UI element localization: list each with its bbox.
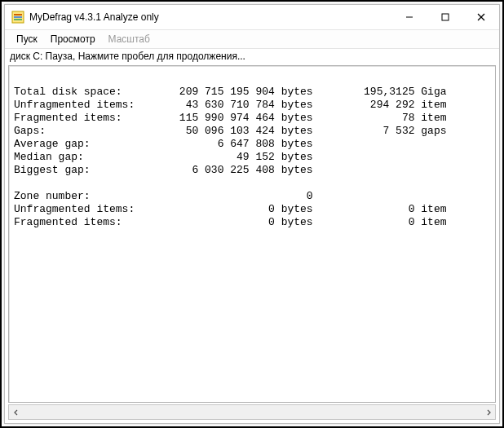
horizontal-scrollbar[interactable]	[8, 404, 496, 420]
scroll-right-arrow-icon[interactable]	[481, 406, 495, 418]
window-title: MyDefrag v4.3.1 Analyze only	[29, 11, 159, 23]
status-line: диск C: Пауза, Нажмите пробел для продол…	[5, 49, 499, 65]
svg-rect-5	[442, 14, 449, 20]
close-button[interactable]	[463, 5, 499, 29]
report-panel: Total disk space: 209 715 195 904 bytes …	[8, 65, 496, 403]
menu-start[interactable]: Пуск	[10, 32, 44, 46]
svg-rect-1	[14, 14, 22, 15]
menubar: Пуск Просмотр Масштаб	[5, 30, 499, 49]
app-icon	[11, 11, 24, 24]
report-text: Total disk space: 209 715 195 904 bytes …	[9, 66, 495, 402]
scrollbar-track[interactable]	[23, 405, 481, 419]
svg-rect-2	[14, 16, 22, 18]
titlebar: MyDefrag v4.3.1 Analyze only	[5, 5, 499, 30]
minimize-button[interactable]	[391, 5, 427, 29]
svg-rect-3	[14, 19, 22, 20]
menu-zoom: Масштаб	[102, 32, 157, 46]
maximize-button[interactable]	[427, 5, 463, 29]
menu-view[interactable]: Просмотр	[44, 32, 102, 46]
scroll-left-arrow-icon[interactable]	[9, 406, 23, 418]
